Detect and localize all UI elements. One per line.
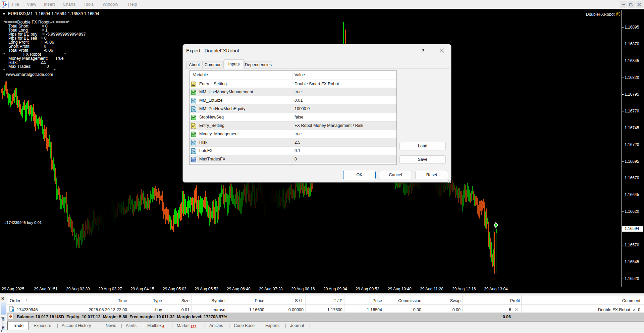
svg-text:½: ½	[192, 149, 195, 153]
svg-text:ab: ab	[192, 82, 195, 86]
svg-text:½: ½	[192, 99, 195, 103]
svg-text:123: 123	[191, 158, 196, 161]
svg-text:½: ½	[192, 107, 195, 111]
svg-text:ab: ab	[192, 124, 195, 128]
svg-text:½: ½	[192, 141, 195, 144]
